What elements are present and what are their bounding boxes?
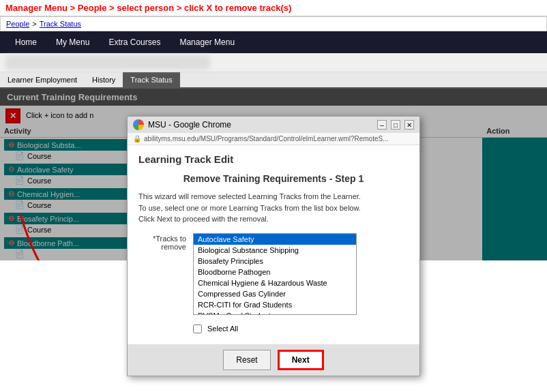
track-list-item[interactable]: RVSM - Grad Students (194, 310, 356, 315)
select-all-checkbox[interactable] (193, 325, 202, 333)
tab-row: Learner Employment History Track Status (0, 72, 547, 89)
nav-manager-menu[interactable]: Manager Menu (170, 33, 244, 51)
modal-titlebar: MSU - Google Chrome – □ ✕ (128, 117, 419, 133)
modal-title: MSU - Google Chrome (148, 120, 231, 130)
maximize-button[interactable]: □ (391, 120, 400, 130)
nav-my-menu[interactable]: My Menu (46, 33, 99, 51)
modal-window: MSU - Google Chrome – □ ✕ 🔒 abilityms.ms… (127, 116, 420, 376)
tracks-list[interactable]: Autoclave Safety Biological Substance Sh… (193, 233, 357, 315)
close-button[interactable]: ✕ (404, 120, 414, 130)
window-controls: – □ ✕ (377, 120, 414, 130)
track-list-item[interactable]: Chemical Hygiene & Hazardous Waste (194, 277, 356, 288)
nav-bar: Home My Menu Extra Courses Manager Menu (0, 31, 547, 53)
minimize-button[interactable]: – (377, 120, 387, 130)
nav-home[interactable]: Home (5, 33, 46, 51)
track-list-item[interactable]: Bloodborne Pathogen (194, 267, 356, 277)
nav-extra-courses[interactable]: Extra Courses (99, 33, 170, 51)
track-list-item[interactable]: Compressed Gas Cylinder (194, 288, 356, 299)
modal-url: abilityms.msu.edu/MSU/Programs/Standard/… (144, 135, 388, 142)
select-all-label: Select All (207, 325, 238, 333)
lock-icon: 🔒 (133, 135, 141, 142)
next-button[interactable]: Next (278, 350, 324, 370)
chrome-icon (133, 119, 144, 130)
breadcrumb: People > Track Status (0, 16, 547, 31)
modal-header: Learning Track Edit (138, 153, 409, 165)
reset-button[interactable]: Reset (223, 350, 270, 370)
modal-body: Learning Track Edit Remove Training Requ… (128, 145, 419, 344)
modal-footer: Reset Next (128, 344, 419, 376)
tab-track-status[interactable]: Track Status (123, 72, 179, 87)
modal-url-bar: 🔒 abilityms.msu.edu/MSU/Programs/Standar… (128, 133, 419, 145)
step-description: This wizard will remove selected Learnin… (138, 191, 409, 225)
tab-history[interactable]: History (85, 72, 123, 87)
modal-overlay: MSU - Google Chrome – □ ✕ 🔒 abilityms.ms… (0, 89, 547, 260)
annotation-text: Manager Menu > People > select person > … (5, 3, 291, 13)
tracks-label: *Tracks toremove (138, 233, 186, 251)
breadcrumb-people[interactable]: People (6, 20, 29, 28)
modal-title-left: MSU - Google Chrome (133, 119, 231, 130)
select-all-row: Select All (193, 322, 409, 336)
track-list-item[interactable]: RCR-CITI for Grad Students (194, 299, 356, 310)
track-list-item[interactable]: Biological Substance Shipping (194, 245, 356, 256)
step-title: Remove Training Requirements - Step 1 (138, 173, 409, 184)
breadcrumb-track-status[interactable]: Track Status (40, 20, 81, 28)
track-list-item[interactable]: Biosafety Principles (194, 256, 356, 267)
search-input-blurred (5, 56, 210, 70)
tab-learner-employment[interactable]: Learner Employment (0, 72, 85, 87)
search-bar (0, 53, 547, 72)
annotation-bar: Manager Menu > People > select person > … (0, 0, 547, 16)
tracks-row: *Tracks toremove Autoclave Safety Biolog… (138, 233, 409, 315)
track-list-item[interactable]: Autoclave Safety (194, 234, 356, 245)
breadcrumb-separator: > (32, 20, 36, 28)
main-content: Current Training Requirements ✕ Click + … (0, 89, 547, 260)
